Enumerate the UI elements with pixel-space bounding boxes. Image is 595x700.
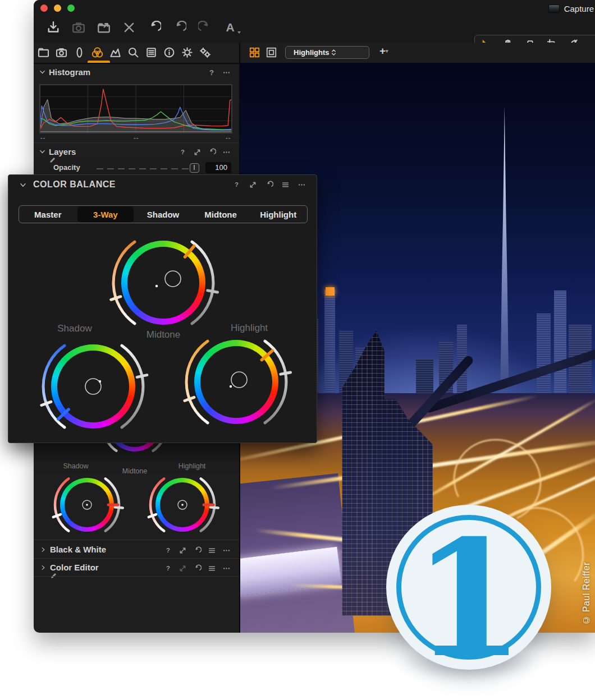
help-icon[interactable]: ? [163,545,173,555]
svg-text:?: ? [181,149,185,155]
tool-tab-library[interactable] [37,44,50,60]
help-icon[interactable]: ? [207,67,217,77]
tool-import[interactable] [46,19,61,36]
saturation-arc[interactable] [55,478,68,531]
menu-icon[interactable] [207,563,217,573]
color-wheel-highlight[interactable] [172,317,301,446]
more-icon[interactable] [221,67,231,77]
divider [34,540,239,540]
svg-text:A: A [226,21,234,34]
tool-tab-details[interactable] [127,44,140,60]
tool-reset-adjustments[interactable] [147,19,162,36]
tool-undo[interactable] [172,19,187,36]
lightness-tick[interactable] [115,507,123,508]
menu-icon[interactable] [280,179,290,190]
grid-view-icon[interactable] [249,47,260,58]
reset-icon[interactable] [207,147,217,157]
app-icon [548,4,560,13]
more-icon[interactable] [221,545,231,555]
lightness-tick[interactable] [137,375,147,377]
color-wheel-shadow[interactable] [29,322,158,451]
lightness-tick[interactable] [281,372,291,374]
chevron-right-icon[interactable] [40,546,47,553]
lightness-arc[interactable] [122,346,143,427]
titlebar: Capture [34,0,595,16]
section-color-editor[interactable]: Color Editor ? [34,560,239,575]
svg-text:?: ? [166,565,170,572]
reset-icon[interactable] [264,179,274,190]
opacity-value[interactable]: 100 [205,162,231,173]
tool-tab-settings[interactable] [181,44,194,60]
chevron-down-icon[interactable] [39,148,46,155]
divider [34,576,239,577]
hue-notch[interactable] [185,246,194,257]
add-recipe-button[interactable]: +▾ [379,45,388,57]
help-icon[interactable]: ? [163,563,173,573]
wheel-center-dot [99,380,101,383]
tab-master[interactable]: Master [20,206,76,222]
saturation-tick[interactable] [185,397,194,400]
reset-icon[interactable] [192,563,202,573]
zoom-window-button[interactable] [67,4,75,12]
hue-notch[interactable] [262,351,272,360]
color-wheel-shadow-small[interactable] [45,463,129,547]
tool-tab-exposure[interactable] [109,44,122,60]
expand-icon[interactable] [177,545,187,555]
proof-view-icon[interactable] [266,47,277,58]
saturation-arc[interactable] [150,478,164,531]
chevron-down-icon[interactable] [39,68,46,76]
tool-tab-lens[interactable] [73,44,86,60]
saturation-tick[interactable] [149,514,156,517]
wheel-indicator[interactable] [85,379,101,394]
badge-digit: 1 [413,518,525,679]
page: Capture A Highlights +▾ Histogram ? [0,0,595,700]
hue-notch[interactable] [58,409,68,419]
minimize-window-button[interactable] [54,4,61,12]
saturation-tick[interactable] [53,514,61,517]
expand-icon[interactable] [177,563,187,573]
help-icon[interactable]: ? [177,147,187,157]
tool-tab-metadata[interactable] [163,44,176,60]
expand-icon[interactable] [192,147,202,157]
reset-icon[interactable] [192,545,202,555]
tool-tab-strip [34,43,239,64]
tool-capture[interactable] [71,19,86,36]
tool-redo[interactable] [198,19,212,36]
opacity-slider-track[interactable] [97,168,201,169]
tool-delete[interactable] [122,19,136,36]
menu-icon[interactable] [207,545,217,555]
lightness-tick[interactable] [210,507,218,508]
help-icon[interactable]: ? [231,179,241,190]
color-wheel-highlight-small[interactable] [140,463,225,547]
recipe-dropdown[interactable]: Highlights [285,46,369,59]
opacity-slider-handle[interactable] [190,163,199,173]
section-label: Color Editor [50,563,103,579]
tool-tab-adjustments[interactable] [145,44,158,60]
more-icon[interactable] [221,147,231,157]
saturation-tick[interactable] [42,402,51,405]
close-window-button[interactable] [40,4,48,12]
more-icon[interactable] [296,179,306,190]
recipe-dropdown-value: Highlights [294,48,329,57]
saturation-arc[interactable] [113,242,135,324]
more-icon[interactable] [221,563,231,573]
expand-icon[interactable] [248,179,258,190]
wheel-label-shadow-small: Shadow [63,462,88,470]
tab-highlight[interactable]: Highlight [250,206,306,222]
chevron-right-icon[interactable] [40,564,47,571]
tool-tab-batch[interactable] [199,44,212,60]
saturation-tick[interactable] [111,297,121,300]
lightness-tick[interactable] [208,291,218,292]
wheel-center-dot [86,504,88,506]
chevron-down-icon[interactable] [19,181,27,189]
tool-annotations[interactable]: A [223,19,237,36]
section-black-and-white[interactable]: Black & White ? [34,542,239,558]
tool-export[interactable] [97,19,111,36]
wheel-indicator[interactable] [231,372,247,388]
lightness-arc[interactable] [192,242,213,324]
wheel-indicator[interactable] [165,271,181,287]
saturation-arc[interactable] [186,341,208,423]
tool-tab-color[interactable] [91,44,104,60]
tool-tab-capture[interactable] [55,44,68,60]
viewer-toolbar: Highlights +▾ [240,43,595,64]
